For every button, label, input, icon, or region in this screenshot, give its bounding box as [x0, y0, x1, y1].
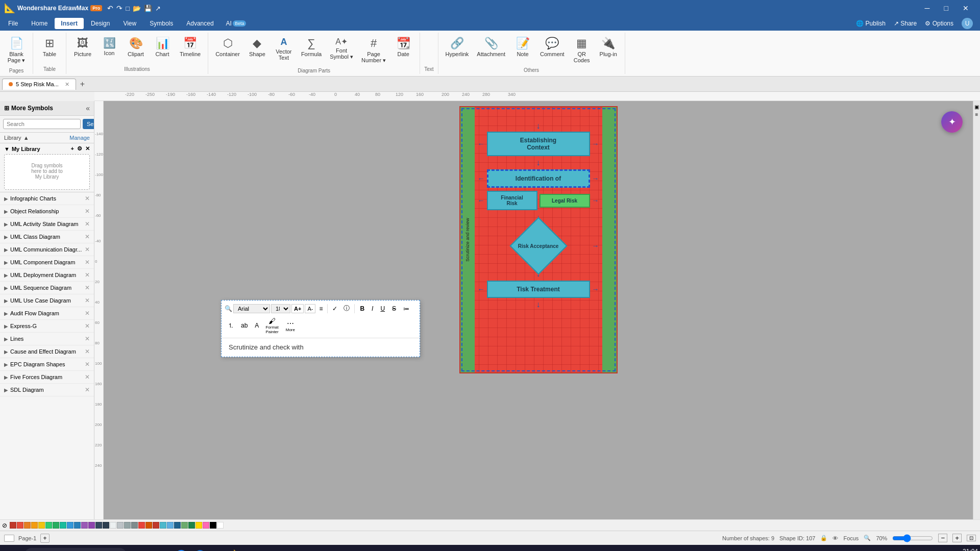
symbol-item-close[interactable]: ✕: [85, 195, 90, 202]
symbol-item-close[interactable]: ✕: [85, 310, 90, 317]
color-swatch[interactable]: [131, 522, 138, 529]
bold-btn[interactable]: B: [357, 304, 368, 314]
symbol-item-close[interactable]: ✕: [85, 386, 90, 393]
ribbon-blank-page-btn[interactable]: 📄 Blank Page ▾: [4, 35, 29, 66]
color-swatch[interactable]: [174, 522, 181, 529]
menu-insert[interactable]: Insert: [55, 18, 84, 29]
manage-btn[interactable]: Manage: [69, 135, 90, 141]
color-swatch[interactable]: [95, 522, 102, 529]
symbol-item-close[interactable]: ✕: [85, 220, 90, 228]
numbered-list-btn[interactable]: ⒈: [225, 320, 237, 332]
my-library-settings-icon[interactable]: ⚙: [77, 145, 82, 152]
font-size-select[interactable]: 18: [271, 304, 290, 313]
ribbon-comment-btn[interactable]: 💬 Comment: [537, 35, 568, 59]
color-swatch[interactable]: [74, 522, 81, 529]
panel-collapse-btn[interactable]: «: [86, 104, 90, 112]
color-swatch[interactable]: [67, 522, 74, 529]
symbol-item-express-g[interactable]: ▶ Express-G ✕: [0, 320, 94, 333]
symbol-item-sdl[interactable]: ▶ SDL Diagram ✕: [0, 384, 94, 396]
zoom-slider[interactable]: [892, 534, 933, 542]
symbol-item-close[interactable]: ✕: [85, 284, 90, 291]
ribbon-plugin-btn[interactable]: 🔌 Plug-in: [596, 35, 621, 59]
italic-btn[interactable]: I: [369, 304, 376, 314]
palette-settings-icon[interactable]: ⊘: [2, 522, 7, 529]
symbol-item-close[interactable]: ✕: [85, 259, 90, 266]
ribbon-picture-btn[interactable]: 🖼 Picture: [70, 35, 95, 59]
menu-advanced[interactable]: Advanced: [180, 18, 219, 29]
taskbar-app-word[interactable]: W: [210, 547, 229, 551]
symbol-item-close[interactable]: ✕: [85, 348, 90, 355]
identification-box[interactable]: Identification of: [487, 169, 590, 188]
color-swatch[interactable]: [203, 522, 209, 529]
ribbon-shape-btn[interactable]: ◆ Shape: [245, 35, 270, 59]
symbol-item-uml-component[interactable]: ▶ UML Component Diagram ✕: [0, 256, 94, 269]
ribbon-font-symbol-btn[interactable]: A✦ Font Symbol ▾: [327, 35, 356, 62]
color-swatch[interactable]: [188, 522, 195, 529]
more-btn[interactable]: ⋯ More: [283, 318, 298, 334]
ribbon-clipart-btn[interactable]: 🎨 Clipart: [124, 35, 148, 59]
symbol-item-five-forces[interactable]: ▶ Five Forces Diagram ✕: [0, 371, 94, 384]
menu-design[interactable]: Design: [85, 18, 116, 29]
symbol-item-close[interactable]: ✕: [85, 233, 90, 240]
menu-symbols[interactable]: Symbols: [143, 18, 179, 29]
decrease-font-btn[interactable]: A-: [305, 304, 315, 313]
save-btn[interactable]: 💾: [144, 5, 152, 12]
ai-panel-btn[interactable]: ✦: [941, 111, 963, 133]
ribbon-qr-codes-btn[interactable]: ▦ QR Codes: [570, 35, 594, 65]
taskbar-app-edrawmax[interactable]: 📐: [230, 547, 248, 551]
symbol-item-close[interactable]: ✕: [85, 322, 90, 330]
taskbar-app-taskview[interactable]: ⧉: [133, 547, 151, 551]
menu-file[interactable]: File: [2, 18, 24, 29]
taskbar-search[interactable]: 🔍 Type here to search 🦌: [24, 548, 127, 551]
share-export-btn[interactable]: ↗: [155, 5, 161, 12]
search-btn[interactable]: Search: [83, 119, 94, 129]
my-library-add-icon[interactable]: +: [71, 145, 74, 152]
close-btn[interactable]: ✕: [955, 2, 976, 14]
ribbon-chart-btn[interactable]: 📊 Chart: [150, 35, 175, 59]
undo-btn[interactable]: ↶: [107, 4, 113, 12]
publish-btn[interactable]: 🌐 Publish: [856, 20, 886, 27]
color-swatch[interactable]: [195, 522, 202, 529]
zoom-out-btn[interactable]: −: [938, 534, 947, 542]
tab-close-icon[interactable]: ✕: [65, 81, 69, 88]
bullet-list-btn[interactable]: ≔: [400, 304, 412, 314]
ribbon-table-btn[interactable]: ⊞ Table: [37, 35, 62, 59]
color-swatch[interactable]: [88, 522, 95, 529]
user-avatar[interactable]: U: [962, 18, 973, 29]
color-swatch[interactable]: [103, 522, 109, 529]
color-swatch[interactable]: [181, 522, 188, 529]
menu-view[interactable]: View: [117, 18, 142, 29]
risk-acceptance-diamond[interactable]: Risk Acceptance: [487, 226, 590, 266]
underline-btn[interactable]: U: [377, 304, 388, 314]
color-swatch[interactable]: [53, 522, 59, 529]
text-color-btn[interactable]: ab: [238, 320, 251, 331]
symbol-item-uml-usecase[interactable]: ▶ UML Use Case Diagram ✕: [0, 294, 94, 307]
color-swatch[interactable]: [110, 522, 116, 529]
color-swatch[interactable]: [24, 522, 31, 529]
right-panel-icon-2[interactable]: ≡: [975, 112, 978, 117]
align-center-btn[interactable]: ≡: [316, 304, 325, 314]
ribbon-attachment-btn[interactable]: 📎 Attachment: [474, 35, 508, 59]
diagram-container[interactable]: Scrutinize and review ↓: [459, 106, 618, 373]
symbol-item-close[interactable]: ✕: [85, 208, 90, 215]
checkmark-btn[interactable]: ✓: [330, 304, 340, 314]
ribbon-container-btn[interactable]: ⬡ Container: [212, 35, 243, 59]
symbol-item-close[interactable]: ✕: [85, 335, 90, 342]
ribbon-date-btn[interactable]: 📆 Date: [391, 35, 415, 59]
ribbon-timeline-btn[interactable]: 📅 Timeline: [177, 35, 204, 59]
diagram-main[interactable]: Scrutinize and review ↓: [459, 106, 618, 373]
focus-btn[interactable]: Focus: [843, 535, 859, 541]
color-swatch[interactable]: [117, 522, 124, 529]
fit-page-btn[interactable]: ⊡: [967, 535, 976, 541]
tab-5step-risk[interactable]: 5 Step Risk Ma... ✕: [2, 79, 76, 90]
ribbon-hyperlink-btn[interactable]: 🔗 Hyperlink: [443, 35, 472, 59]
symbol-item-object-rel[interactable]: ▶ Object Relationship ✕: [0, 205, 94, 218]
text-edit-content[interactable]: Scrutinize and check with: [222, 338, 420, 357]
redo-btn[interactable]: ↷: [116, 4, 122, 12]
symbol-item-uml-sequence[interactable]: ▶ UML Sequence Diagram ✕: [0, 282, 94, 294]
minimize-btn[interactable]: ─: [918, 2, 937, 14]
financial-risk-box[interactable]: Financial Risk: [487, 191, 537, 210]
maximize-btn[interactable]: □: [937, 2, 955, 14]
symbol-item-cause-effect[interactable]: ▶ Cause and Effect Diagram ✕: [0, 345, 94, 358]
highlight-btn[interactable]: A: [252, 320, 262, 331]
